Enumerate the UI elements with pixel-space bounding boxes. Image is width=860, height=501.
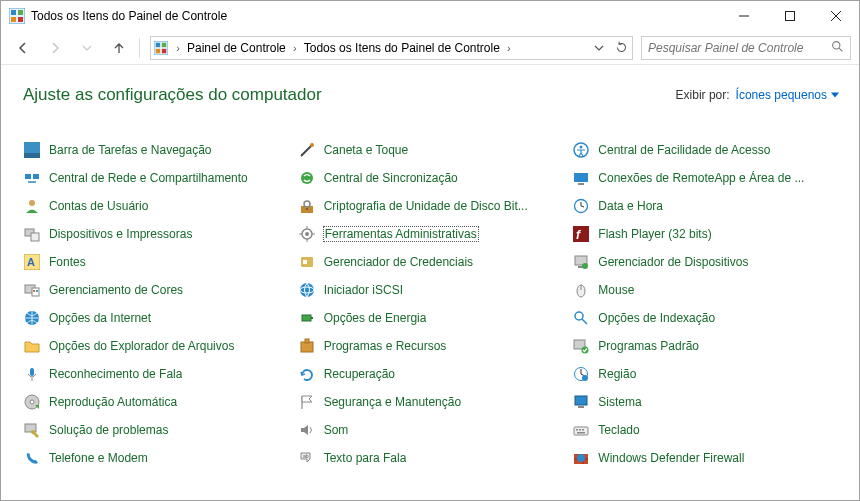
forward-button[interactable] — [41, 34, 69, 62]
svg-rect-26 — [574, 173, 588, 182]
recovery-icon — [298, 365, 316, 383]
item-som[interactable]: Som — [298, 421, 558, 439]
search-input[interactable] — [648, 41, 831, 55]
item-texto-fala[interactable]: abTexto para Fala — [298, 449, 558, 467]
chevron-right-icon[interactable]: › — [502, 42, 516, 54]
item-internet[interactable]: Opções da Internet — [23, 309, 283, 327]
item-barra-tarefas[interactable]: Barra de Tarefas e Navegação — [23, 141, 283, 159]
sync-icon — [298, 169, 316, 187]
item-regiao[interactable]: Região — [572, 365, 832, 383]
back-button[interactable] — [9, 34, 37, 62]
tts-icon: ab — [298, 449, 316, 467]
svg-point-52 — [300, 283, 314, 297]
chevron-right-icon[interactable]: › — [288, 42, 302, 54]
address-dropdown-icon[interactable] — [588, 43, 610, 53]
viewby-value: Ícones pequenos — [736, 88, 827, 102]
refresh-button[interactable] — [610, 41, 632, 54]
svg-point-19 — [310, 143, 314, 147]
item-cores[interactable]: Gerenciamento de Cores — [23, 281, 283, 299]
taskbar-icon — [23, 141, 41, 159]
svg-rect-50 — [33, 290, 35, 292]
item-reproducao-auto[interactable]: Reprodução Automática — [23, 393, 283, 411]
item-seguranca[interactable]: Segurança e Manutenção — [298, 393, 558, 411]
svg-rect-12 — [156, 48, 160, 52]
clock-icon — [572, 197, 590, 215]
item-remoteapp[interactable]: Conexões de RemoteApp e Área de ... — [572, 169, 832, 187]
breadcrumb-2[interactable]: Todos os Itens do Painel de Controle — [302, 41, 502, 55]
item-solucao-problemas[interactable]: Solução de problemas — [23, 421, 283, 439]
flash-icon: f — [572, 225, 590, 243]
mouse-icon — [572, 281, 590, 299]
item-label: Criptografia de Unidade de Disco Bit... — [324, 199, 528, 213]
viewby-label: Exibir por: — [676, 88, 730, 102]
remote-icon — [572, 169, 590, 187]
item-label: Gerenciador de Dispositivos — [598, 255, 748, 269]
item-indexacao[interactable]: Opções de Indexação — [572, 309, 832, 327]
navigation-bar: › Painel de Controle › Todos os Itens do… — [1, 31, 859, 65]
item-facilidade-acesso[interactable]: Central de Facilidade de Acesso — [572, 141, 832, 159]
chevron-right-icon[interactable]: › — [171, 42, 185, 54]
item-credenciais[interactable]: Gerenciador de Credenciais — [298, 253, 558, 271]
item-central-rede[interactable]: Central de Rede e Compartilhamento — [23, 169, 283, 187]
svg-point-47 — [582, 263, 588, 269]
svg-rect-74 — [575, 396, 587, 405]
devices-icon — [23, 225, 41, 243]
item-sistema[interactable]: Sistema — [572, 393, 832, 411]
close-button[interactable] — [813, 1, 859, 31]
search-icon[interactable] — [831, 39, 844, 57]
default-programs-icon — [572, 337, 590, 355]
item-telefone-modem[interactable]: Telefone e Modem — [23, 449, 283, 467]
item-iscsi[interactable]: Iniciador iSCSI — [298, 281, 558, 299]
pen-icon — [298, 141, 316, 159]
item-fontes[interactable]: AFontes — [23, 253, 283, 271]
svg-point-25 — [301, 172, 313, 184]
item-data-hora[interactable]: Data e Hora — [572, 197, 832, 215]
svg-point-28 — [29, 200, 35, 206]
window-title: Todos os Itens do Painel de Controle — [31, 9, 721, 23]
item-dispositivos[interactable]: Dispositivos e Impressoras — [23, 225, 283, 243]
item-firewall[interactable]: Windows Defender Firewall — [572, 449, 832, 467]
item-central-sinc[interactable]: Central de Sincronização — [298, 169, 558, 187]
svg-rect-10 — [156, 42, 160, 46]
svg-rect-78 — [574, 427, 588, 435]
breadcrumb-1[interactable]: Painel de Controle — [185, 41, 288, 55]
item-label: Solução de problemas — [49, 423, 168, 437]
item-flash-player[interactable]: fFlash Player (32 bits) — [572, 225, 832, 243]
recent-locations-button[interactable] — [73, 34, 101, 62]
item-label: Barra de Tarefas e Navegação — [49, 143, 212, 157]
item-ferramentas-admin[interactable]: Ferramentas Administrativas — [298, 225, 558, 243]
firewall-icon — [572, 449, 590, 467]
item-caneta-toque[interactable]: Caneta e Toque — [298, 141, 558, 159]
address-bar[interactable]: › Painel de Controle › Todos os Itens do… — [150, 36, 633, 60]
item-label: Opções da Internet — [49, 311, 151, 325]
svg-rect-27 — [578, 183, 584, 185]
item-bitlocker[interactable]: Criptografia de Unidade de Disco Bit... — [298, 197, 558, 215]
minimize-button[interactable] — [721, 1, 767, 31]
item-energia[interactable]: Opções de Energia — [298, 309, 558, 327]
color-icon — [23, 281, 41, 299]
svg-point-38 — [305, 232, 309, 236]
svg-rect-4 — [18, 17, 23, 22]
search-box[interactable] — [641, 36, 851, 60]
item-recuperacao[interactable]: Recuperação — [298, 365, 558, 383]
viewby-dropdown[interactable]: Ícones pequenos — [736, 88, 839, 102]
up-button[interactable] — [105, 34, 133, 62]
sound-icon — [298, 421, 316, 439]
svg-rect-36 — [31, 233, 39, 241]
item-label: Som — [324, 423, 349, 437]
system-icon — [572, 393, 590, 411]
item-gerenciador-disp[interactable]: Gerenciador de Dispositivos — [572, 253, 832, 271]
item-contas-usuario[interactable]: Contas de Usuário — [23, 197, 283, 215]
maximize-button[interactable] — [767, 1, 813, 31]
svg-rect-65 — [30, 368, 34, 376]
item-reconhecimento-fala[interactable]: Reconhecimento de Fala — [23, 365, 283, 383]
item-programas-padrao[interactable]: Programas Padrão — [572, 337, 832, 355]
item-programas-recursos[interactable]: Programas e Recursos — [298, 337, 558, 355]
item-explorer-opts[interactable]: Opções do Explorador de Arquivos — [23, 337, 283, 355]
separator — [139, 38, 140, 58]
iscsi-icon — [298, 281, 316, 299]
item-label: Opções de Indexação — [598, 311, 715, 325]
item-label: Data e Hora — [598, 199, 663, 213]
item-teclado[interactable]: Teclado — [572, 421, 832, 439]
item-mouse[interactable]: Mouse — [572, 281, 832, 299]
